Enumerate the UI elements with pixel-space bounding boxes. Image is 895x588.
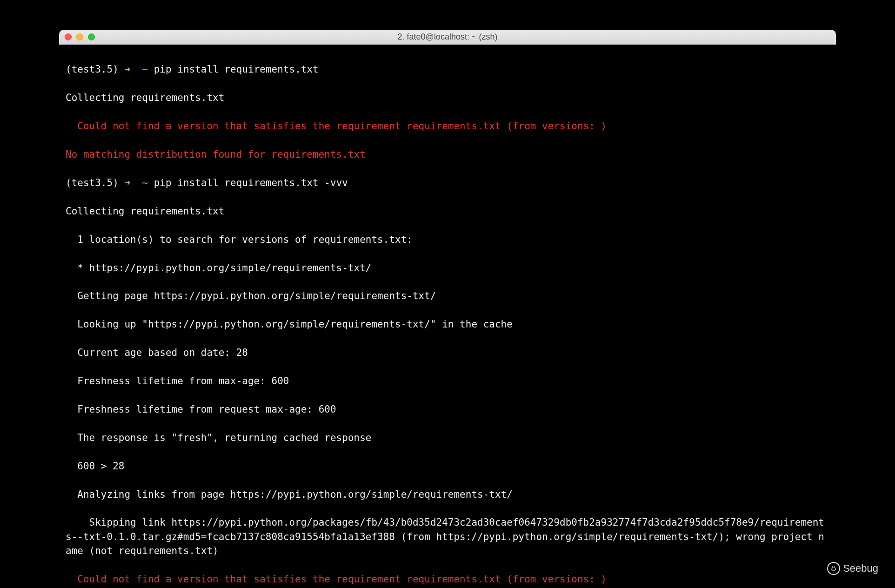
terminal-body[interactable]: (test3.5) ➜ ~ pip install requirements.t…	[59, 45, 836, 588]
venv-label: (test3.5)	[66, 64, 119, 75]
watermark-logo: Seebug	[827, 562, 878, 575]
cwd-tilde: ~	[142, 177, 148, 188]
command-text: pip install requirements.txt	[154, 64, 319, 75]
venv-label: (test3.5)	[66, 177, 119, 188]
output-line: Analyzing links from page https://pypi.p…	[66, 488, 829, 501]
output-line: * https://pypi.python.org/simple/require…	[66, 261, 829, 275]
output-line: Freshness lifetime from request max-age:…	[66, 402, 829, 416]
bug-icon	[827, 562, 840, 575]
minimize-icon[interactable]	[76, 33, 83, 40]
output-line: Freshness lifetime from max-age: 600	[66, 374, 829, 388]
error-line: No matching distribution found for requi…	[66, 147, 829, 161]
output-line: 1 location(s) to search for versions of …	[66, 233, 829, 247]
command-text: pip install requirements.txt -vvv	[154, 177, 348, 188]
error-line: Could not find a version that satisfies …	[66, 119, 829, 133]
arrow-icon: ➜	[124, 64, 130, 75]
output-line: Skipping link https://pypi.python.org/pa…	[66, 515, 829, 558]
cwd-tilde: ~	[142, 64, 148, 75]
titlebar: 2. fate0@localhost: ~ (zsh)	[59, 30, 836, 45]
prompt-line: (test3.5) ➜ ~ pip install requirements.t…	[66, 176, 829, 190]
output-line: 600 > 28	[66, 459, 829, 473]
output-line: Current age based on date: 28	[66, 346, 829, 360]
traffic-lights	[65, 33, 95, 40]
watermark-text: Seebug	[843, 562, 878, 575]
arrow-icon: ➜	[124, 177, 130, 188]
output-line: Looking up "https://pypi.python.org/simp…	[66, 317, 829, 331]
window-title: 2. fate0@localhost: ~ (zsh)	[65, 32, 830, 42]
prompt-line: (test3.5) ➜ ~ pip install requirements.t…	[66, 62, 829, 76]
output-line: The response is "fresh", returning cache…	[66, 431, 829, 445]
output-line: Collecting requirements.txt	[66, 204, 829, 218]
svg-point-0	[832, 567, 835, 571]
close-icon[interactable]	[65, 33, 72, 40]
output-line: Collecting requirements.txt	[66, 91, 829, 105]
maximize-icon[interactable]	[88, 33, 95, 40]
terminal-window: 2. fate0@localhost: ~ (zsh) (test3.5) ➜ …	[59, 30, 836, 588]
error-line: Could not find a version that satisfies …	[66, 572, 829, 586]
output-line: Getting page https://pypi.python.org/sim…	[66, 289, 829, 303]
